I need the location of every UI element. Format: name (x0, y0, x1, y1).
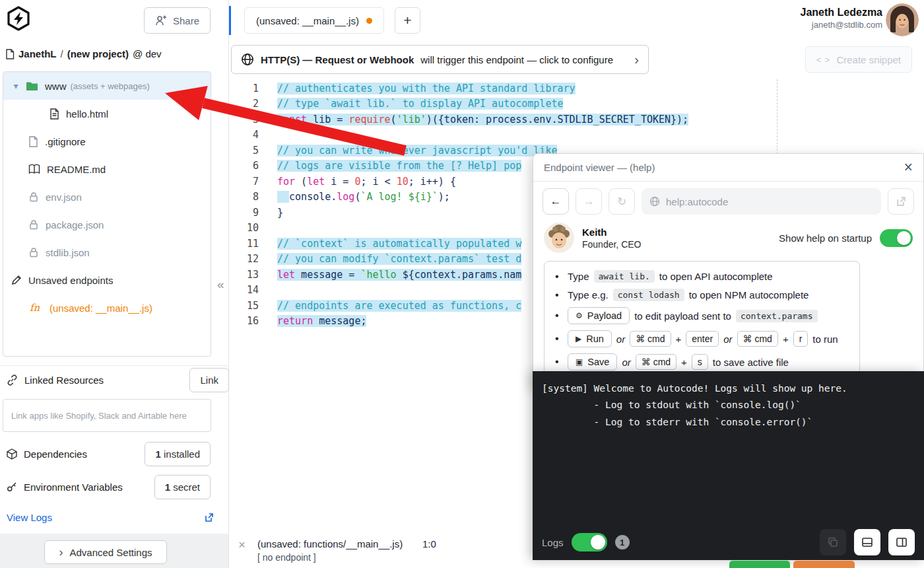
tree-item-env-json[interactable]: env.json (3, 183, 211, 211)
file-icon (28, 136, 38, 147)
lock-icon (28, 219, 39, 230)
create-snippet-button[interactable]: < > Create snippet (805, 46, 912, 73)
save-button-partial[interactable] (793, 561, 855, 568)
share-button[interactable]: Share (144, 7, 211, 34)
code-token: ); (438, 191, 450, 203)
copy-icon (827, 536, 839, 548)
code-line[interactable]: 2// type `await lib.` to display API aut… (229, 96, 924, 112)
breadcrumb-project[interactable]: (new project) (67, 48, 129, 59)
close-icon[interactable]: × (238, 538, 246, 552)
share-label: Share (173, 15, 199, 26)
code-token: `A log! ${i}` (360, 191, 438, 203)
user-name: Janeth Ledezma (801, 7, 882, 18)
code-token: require (348, 114, 390, 125)
code-token: // you can write whatever javascript you… (277, 145, 557, 157)
globe-icon (241, 53, 254, 66)
logs-toggle[interactable] (572, 533, 607, 551)
tree-item-label: env.json (46, 192, 82, 203)
tip-text: Type e.g. (568, 289, 609, 301)
tab-label: (unsaved: __main__.js) (256, 15, 359, 26)
code-token: // you can modify `context.params` test … (277, 253, 521, 265)
code-token: // authenticates you with the API standa… (277, 83, 576, 94)
code-token: // logs are visible from the [? Help] po… (277, 160, 521, 172)
tree-item-label: README.md (47, 164, 106, 175)
tree-item-gitignore[interactable]: .gitignore (3, 127, 211, 155)
save-button[interactable]: ▣Save (568, 353, 617, 371)
split-panel-button[interactable] (888, 529, 915, 555)
share-icon (155, 15, 167, 26)
user-avatar[interactable] (886, 3, 919, 36)
book-icon (28, 164, 40, 174)
tree-item-readme[interactable]: README.md (3, 155, 211, 183)
code-line[interactable]: 3const lib = require('lib')({token: proc… (229, 112, 924, 127)
line-number: 10 (229, 222, 259, 234)
close-icon[interactable]: × (904, 160, 913, 175)
refresh-button[interactable]: ↻ (609, 188, 635, 215)
avatar-image (886, 3, 919, 36)
environment-variables-button[interactable]: 1 secret (154, 475, 211, 499)
line-number: 14 (229, 284, 259, 296)
run-button-partial[interactable] (729, 561, 790, 568)
dependencies-count: 1 (155, 448, 160, 460)
tip-text: to edit payload sent to (634, 310, 731, 322)
code-token: message; (313, 315, 366, 327)
lock-icon (28, 192, 39, 202)
advanced-settings-button[interactable]: › Advanced Settings (44, 540, 167, 564)
tree-item-label: www (45, 81, 67, 92)
collapse-sidebar-button[interactable]: « (217, 277, 224, 292)
breadcrumb: JanethL / (new project) @ dev (5, 48, 162, 59)
line-number: 5 (229, 145, 259, 157)
code-line[interactable]: 1// authenticates you with the API stand… (229, 81, 924, 96)
dependencies-title: Dependencies (24, 448, 87, 460)
code-token: const (277, 114, 307, 125)
payload-button[interactable]: ⚙Payload (568, 307, 630, 324)
tree-section-unsaved-endpoints[interactable]: Unsaved endpoints (3, 266, 211, 294)
new-tab-button[interactable]: + (395, 7, 420, 34)
run-button[interactable]: ▶Run (568, 330, 612, 347)
breadcrumb-user[interactable]: JanethL (18, 48, 57, 59)
tree-item-stdlib-json[interactable]: stdlib.json (3, 238, 211, 266)
person-name: Keith (582, 227, 642, 238)
copy-logs-button[interactable] (820, 529, 846, 555)
tree-item-hello-html[interactable]: hello.html (3, 100, 211, 127)
environment-variables-title: Environment Variables (24, 481, 123, 493)
editor-tab[interactable]: (unsaved: __main__.js) (244, 7, 384, 34)
tree-item-unsaved-main-js[interactable]: fn (unsaved: __main__.js) (3, 294, 211, 322)
breadcrumb-branch[interactable]: @ dev (133, 48, 162, 59)
endpoint-viewer-header: Endpoint viewer — (help) × (533, 154, 923, 182)
back-button[interactable]: ← (543, 188, 569, 215)
link-button[interactable]: Link (189, 368, 229, 392)
code-line[interactable]: 4 (229, 127, 924, 143)
tree-item-package-json[interactable]: package.json (3, 211, 211, 238)
endpoint-config-bar[interactable]: HTTP(S) — Request or Webhook will trigge… (231, 45, 649, 74)
chevron-down-icon[interactable]: ▾ (11, 81, 20, 91)
keyboard-key-chip: r (793, 331, 808, 347)
view-logs-link[interactable]: View Logs (7, 512, 214, 523)
endpoint-bar-subtitle: will trigger this endpoint — click to co… (420, 54, 613, 65)
user-email: janeth@stdlib.com (801, 20, 882, 30)
help-tip: •▶Runor⌘ cmd+enteror⌘ cmd+rto run (555, 330, 849, 347)
line-number: 9 (229, 207, 259, 219)
toggle-knob (591, 535, 605, 550)
code-token: log (337, 191, 354, 203)
tree-item-www[interactable]: ▾ www (assets + webpages) (3, 72, 211, 100)
open-external-button[interactable] (888, 188, 914, 215)
link-apps-input[interactable] (3, 399, 211, 432)
tip-text: to open API autocomplete (659, 271, 773, 282)
console-drawer-button[interactable] (854, 529, 880, 555)
code-chip: await lib. (594, 270, 655, 283)
viewer-url-bar[interactable]: help:autocode (642, 188, 881, 215)
dependencies-button[interactable]: 1 installed (145, 442, 211, 466)
show-help-toggle[interactable] (880, 229, 913, 247)
forward-button[interactable]: → (576, 188, 602, 215)
line-number: 16 (229, 315, 259, 327)
cursor-position: 1:0 (422, 538, 436, 550)
autocode-logo-icon[interactable] (5, 5, 32, 32)
line-number: 12 (229, 253, 259, 265)
endpoint-viewer-panel: Endpoint viewer — (help) × ← → ↻ help:au… (533, 153, 924, 388)
tip-text: to run (812, 334, 838, 345)
console-line: [system] Welcome to Autocode! Logs will … (542, 380, 924, 397)
keyboard-key-chip: ⌘ cmd (737, 331, 778, 347)
viewer-url: help:autocode (666, 196, 728, 207)
lock-icon (28, 247, 39, 258)
